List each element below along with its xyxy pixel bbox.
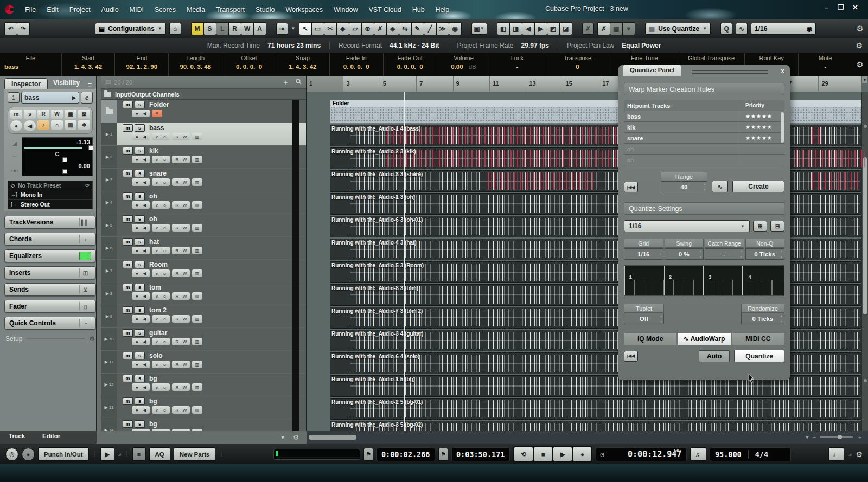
track-list-collapse-caret[interactable]: ▼ bbox=[280, 434, 285, 440]
expand-arrow-icon[interactable]: ▶ bbox=[106, 223, 109, 228]
track-row-solo-11[interactable]: ▶ 11 m s solo ●◀ eo RW ▥ bbox=[101, 351, 306, 373]
status-gear-icon[interactable]: ⚙ bbox=[856, 41, 863, 50]
solo-button[interactable]: s bbox=[135, 124, 145, 132]
info-col-mute[interactable]: Mute - bbox=[798, 53, 852, 76]
mute-button[interactable]: m bbox=[123, 147, 133, 155]
lanes-button[interactable]: ▥ bbox=[192, 338, 202, 345]
split-tool[interactable]: ✂ bbox=[324, 23, 336, 35]
menu-media[interactable]: Media bbox=[181, 5, 210, 15]
inspector-button-6[interactable]: ● bbox=[10, 120, 22, 131]
ruler-bar-1[interactable]: 1 bbox=[307, 76, 343, 92]
volume-slider[interactable] bbox=[24, 145, 90, 151]
expand-arrow-icon[interactable]: ▶ bbox=[104, 337, 107, 342]
automation-group[interactable]: RW bbox=[172, 406, 190, 414]
lanes-button[interactable]: ▥ bbox=[192, 292, 202, 300]
table-scroll-thumb[interactable] bbox=[781, 112, 784, 143]
panel-close-icon[interactable]: x bbox=[781, 67, 784, 75]
menu-edit[interactable]: Edit bbox=[41, 5, 64, 15]
record-monitor-group[interactable]: ●◀ bbox=[132, 201, 150, 209]
track-row-bg-12[interactable]: ▶ 12 m s bg ●◀ eo RW ▥ bbox=[101, 374, 306, 396]
automation-group[interactable]: RW bbox=[172, 315, 190, 323]
create-button[interactable]: Create bbox=[732, 181, 784, 192]
vertical-scroll-thumb[interactable] bbox=[863, 157, 867, 314]
nudge-button-1[interactable]: ◨ bbox=[510, 23, 522, 35]
info-col-length[interactable]: Length 90. 0. 3. 48 bbox=[168, 53, 222, 76]
audio-event[interactable]: Running with the_Audio-2 5 (bg-01) bbox=[330, 398, 861, 420]
hitpoint-track-row-oh[interactable]: oh bbox=[624, 155, 784, 165]
edit-group[interactable]: eo bbox=[152, 383, 170, 391]
info-col-fade-in[interactable]: Fade-In 0. 0. 0. 0 bbox=[329, 53, 383, 76]
solo-button[interactable]: s bbox=[135, 397, 145, 405]
nudge-button-2[interactable]: ◀ bbox=[522, 23, 534, 35]
tab-inspector[interactable]: Inspector bbox=[4, 78, 48, 89]
left-locator-time[interactable]: 0:00:02.266 bbox=[376, 447, 435, 461]
inspector-button-8[interactable]: ♪ bbox=[37, 120, 49, 130]
mute-tool[interactable]: ✗ bbox=[374, 23, 386, 35]
mute-button[interactable]: m bbox=[123, 215, 133, 223]
solo-button[interactable]: s bbox=[135, 170, 145, 177]
automation-group[interactable]: RW bbox=[172, 224, 190, 232]
automation-group[interactable]: RW bbox=[172, 156, 190, 163]
time-warp-tool[interactable]: ⇆ bbox=[399, 23, 411, 35]
inspector-button-5[interactable]: ⊠ bbox=[78, 110, 90, 119]
inspector-button-9[interactable]: ∩ bbox=[51, 120, 63, 130]
edit-group[interactable]: eo bbox=[152, 247, 170, 254]
record-monitor-group[interactable]: ●◀ bbox=[132, 361, 150, 368]
hitpoint-track-row-kik[interactable]: kik ★★★★★ bbox=[624, 122, 784, 133]
pan-slider[interactable] bbox=[24, 157, 90, 163]
lanes-button[interactable]: ▥ bbox=[192, 269, 202, 277]
menu-window[interactable]: Window bbox=[328, 5, 363, 15]
state-button-w[interactable]: W bbox=[241, 23, 253, 35]
configurations-dropdown[interactable]: ▤ Configurations ▼ bbox=[95, 23, 166, 35]
close-button[interactable]: ✕ bbox=[852, 3, 858, 11]
state-button-r[interactable]: R bbox=[229, 23, 241, 35]
track-list-gear-icon[interactable]: ⚙ bbox=[293, 434, 299, 441]
comp-tool[interactable]: ◈ bbox=[387, 23, 399, 35]
inspector-button-4[interactable]: ▣ bbox=[65, 110, 76, 119]
wave-icon-button[interactable]: ∿ bbox=[712, 181, 728, 192]
solo-button[interactable]: s bbox=[135, 420, 145, 428]
section-equalizers[interactable]: Equalizers bbox=[4, 249, 96, 262]
expand-arrow-icon[interactable]: ▶ bbox=[106, 132, 109, 137]
search-icon[interactable] bbox=[296, 79, 302, 86]
lanes-button[interactable]: ▥ bbox=[192, 224, 202, 232]
audio-event[interactable]: Running with the_Audio-3 5 (bg-02) bbox=[330, 421, 861, 431]
expand-arrow-icon[interactable]: ▶ bbox=[106, 177, 109, 182]
record-monitor-group[interactable]: ●◀ bbox=[132, 406, 150, 414]
ruler-bar-13[interactable]: 13 bbox=[526, 76, 562, 92]
expand-arrow-icon[interactable]: ▶ bbox=[104, 405, 107, 410]
track-row-hat-6[interactable]: ▶ 6 m s hat ●◀ eo RW ▥ bbox=[101, 237, 306, 259]
state-button-l[interactable]: L bbox=[216, 23, 228, 35]
play-tool[interactable]: ≫ bbox=[437, 23, 449, 35]
lanes-button[interactable]: ▥ bbox=[192, 133, 202, 140]
solo-button[interactable]: s bbox=[135, 352, 145, 359]
info-line-gear-icon[interactable]: ⚙ bbox=[852, 53, 868, 76]
record-monitor-group[interactable]: ●◀ bbox=[132, 224, 150, 232]
inspector-menu-icon[interactable]: ≡ bbox=[87, 81, 92, 89]
auto-quantize-toggle[interactable]: Auto bbox=[699, 350, 730, 362]
mute-button[interactable]: m bbox=[123, 124, 133, 132]
info-col-offset[interactable]: Offset 0. 0. 0. 0 bbox=[222, 53, 276, 76]
mute-button[interactable]: m bbox=[123, 420, 133, 428]
right-locator-time[interactable]: 0:03:50.171 bbox=[451, 447, 510, 461]
catch-range-value-field[interactable]: -▲▼ bbox=[705, 248, 744, 260]
inspector-button-3[interactable]: W bbox=[51, 110, 63, 119]
automation-group[interactable]: RW bbox=[172, 338, 190, 345]
quantize-q-button[interactable]: Q bbox=[720, 23, 732, 35]
section-sends[interactable]: Sends ⊻ bbox=[4, 283, 96, 296]
mute-button[interactable]: m bbox=[123, 375, 133, 382]
edit-group[interactable]: eo bbox=[152, 269, 170, 277]
track-row-bg-13[interactable]: ▶ 13 m s bg ●◀ eo RW ▥ bbox=[101, 396, 306, 419]
snap-grid-dropdown[interactable]: ▾ bbox=[623, 23, 635, 35]
randomize-value-field[interactable]: 0 Ticks▲▼ bbox=[741, 313, 784, 324]
expand-arrow-icon[interactable]: ▶ bbox=[106, 314, 109, 319]
automation-group[interactable]: RW bbox=[172, 178, 190, 186]
section-chords[interactable]: Chords ♪ bbox=[4, 233, 96, 246]
redo-button[interactable]: ↷ bbox=[17, 23, 29, 35]
expand-arrow-icon[interactable]: ▶ bbox=[105, 359, 108, 364]
tab-visibility[interactable]: Visibility bbox=[48, 78, 85, 89]
track-row-oh-5[interactable]: ▶ 5 m s oh ●◀ eo RW ▥ bbox=[101, 214, 306, 236]
record-monitor-group[interactable]: ●◀ bbox=[132, 247, 150, 254]
undo-button[interactable]: ↶ bbox=[5, 23, 17, 35]
edit-group[interactable]: eo bbox=[152, 292, 170, 300]
